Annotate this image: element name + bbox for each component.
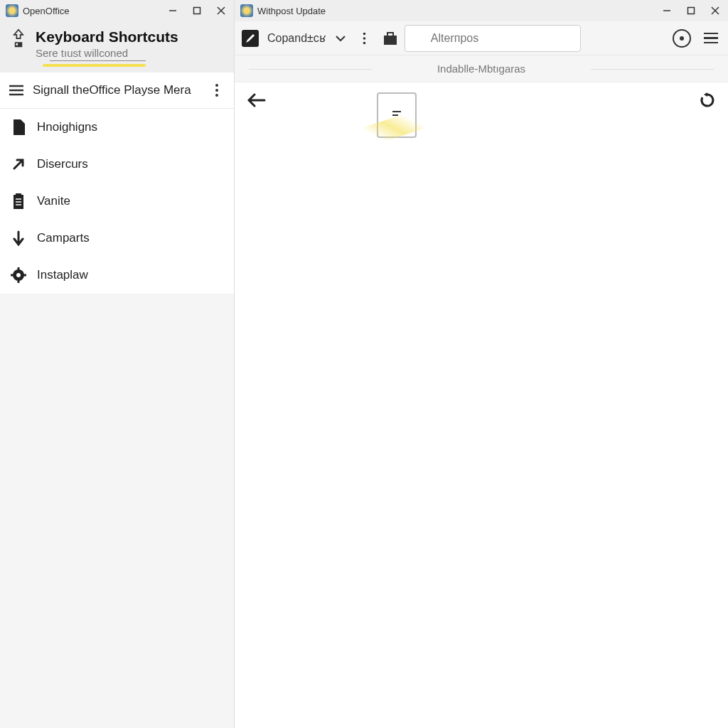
clipboard-icon — [10, 193, 27, 210]
left-window-controls — [166, 4, 228, 18]
app-icon-left — [6, 4, 18, 17]
left-header: Keyboard Shortcuts Sere tıust willconed — [0, 21, 234, 73]
nav-item-camparts[interactable]: Camparts — [0, 220, 234, 257]
svg-point-28 — [363, 37, 366, 40]
hamburger-icon[interactable] — [9, 85, 24, 96]
nav-item-vanite[interactable]: Vanite — [0, 183, 234, 220]
nav-item-instaplaw[interactable]: Instaplaw — [0, 257, 234, 294]
section-title: Signall theOffice Playse Mera — [33, 82, 208, 98]
right-titlebar: Withpost Update — [235, 0, 728, 21]
right-window: Withpost Update Copand±cʁ — [235, 0, 728, 728]
svg-rect-5 — [16, 43, 18, 46]
nav-label: Hnoighigns — [37, 120, 97, 134]
svg-rect-24 — [688, 8, 695, 14]
page-title: Keyboard Shortcuts — [36, 28, 178, 46]
highlight-yellow — [43, 64, 146, 67]
nav-label: Disercurs — [37, 157, 88, 171]
close-button[interactable] — [214, 4, 228, 18]
gear-icon — [10, 267, 27, 284]
page-subtitle: Sere tıust willconed — [36, 47, 178, 59]
document-icon — [10, 119, 27, 136]
minimize-button[interactable] — [166, 4, 180, 18]
edit-icon[interactable] — [242, 30, 259, 47]
globe-icon[interactable] — [673, 29, 691, 48]
minimize-button[interactable] — [660, 4, 674, 18]
app-icon-right — [240, 4, 253, 17]
svg-rect-13 — [16, 193, 21, 196]
nav-item-disercurs[interactable]: Disercurs — [0, 146, 234, 183]
nav-item-hnoighigns[interactable]: Hnoighigns — [0, 109, 234, 146]
briefcase-icon[interactable] — [382, 30, 399, 47]
document-thumbnail[interactable] — [377, 92, 417, 138]
breadcrumb-text: Indablle-Mbtıgaras — [437, 63, 525, 75]
svg-rect-31 — [387, 33, 393, 36]
close-button[interactable] — [708, 4, 722, 18]
breadcrumb: Indablle-Mbtıgaras — [235, 55, 728, 82]
menu-icon[interactable] — [704, 33, 718, 44]
nav-list: Hnoighigns Disercurs Vanite Camparts Ins… — [0, 109, 234, 294]
left-window-title: OpenOffice — [23, 6, 166, 16]
right-window-title: Withpost Update — [257, 6, 660, 16]
maximize-button[interactable] — [684, 4, 698, 18]
svg-point-29 — [363, 41, 366, 44]
nav-label: Camparts — [37, 231, 90, 245]
svg-rect-20 — [18, 280, 20, 283]
more-vert-icon[interactable] — [356, 30, 373, 47]
underline-gray — [50, 60, 146, 61]
svg-point-10 — [215, 89, 218, 92]
upload-icon — [10, 28, 27, 48]
svg-point-27 — [363, 32, 366, 35]
refresh-button[interactable] — [700, 92, 715, 108]
svg-point-33 — [680, 36, 684, 41]
left-window: OpenOffice Keyboard Shortcuts — [0, 0, 235, 728]
svg-rect-1 — [194, 8, 200, 14]
chevron-down-icon[interactable] — [335, 35, 346, 42]
maximize-button[interactable] — [190, 4, 204, 18]
svg-rect-22 — [23, 274, 26, 277]
svg-point-11 — [215, 94, 218, 97]
search-wrap — [405, 25, 581, 52]
arrow-upright-icon — [10, 156, 27, 173]
toolbar: Copand±cʁ — [235, 21, 728, 55]
content-area — [235, 82, 728, 728]
svg-rect-21 — [11, 274, 14, 277]
section-header: Signall theOffice Playse Mera — [0, 73, 234, 109]
search-input[interactable] — [405, 25, 581, 52]
nav-label: Instaplaw — [37, 268, 88, 282]
svg-rect-19 — [18, 267, 20, 270]
more-vert-icon[interactable] — [208, 83, 225, 97]
back-button[interactable] — [247, 92, 266, 108]
svg-rect-4 — [15, 42, 23, 47]
left-titlebar: OpenOffice — [0, 0, 234, 21]
right-window-controls — [660, 4, 722, 18]
svg-point-18 — [16, 273, 21, 277]
arrow-down-icon — [10, 230, 27, 247]
dropdown-label: Copand±cʁ — [267, 31, 326, 45]
svg-point-9 — [215, 84, 218, 87]
nav-label: Vanite — [37, 194, 70, 208]
